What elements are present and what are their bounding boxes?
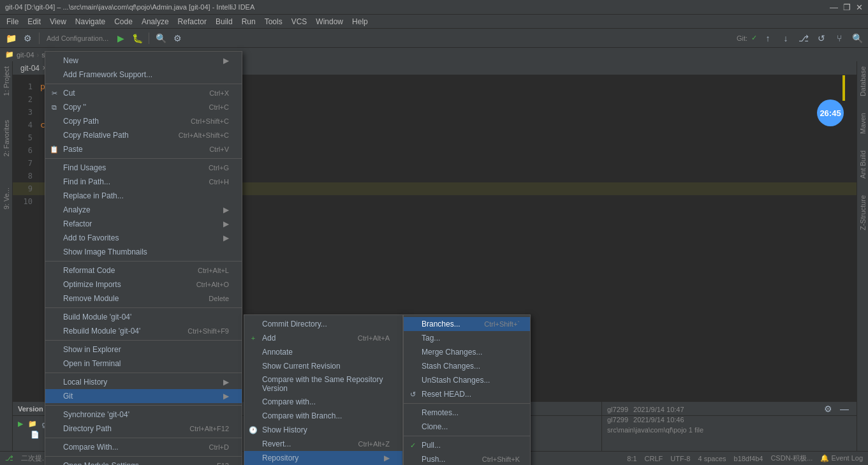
repo-pull[interactable]: ✓ Pull... (404, 438, 530, 452)
maximize-button[interactable]: ❐ (843, 3, 851, 12)
ctx-analyze[interactable]: Analyze ▶ (45, 203, 242, 217)
search-everywhere-icon[interactable]: 🔍 (154, 31, 168, 45)
ctx-compare-with[interactable]: Compare With... Ctrl+D (45, 440, 242, 454)
git-show-current-revision[interactable]: Show Current Revision (244, 359, 402, 373)
ctx-remove-module-label: Remove Module (63, 294, 119, 303)
repo-unstash-changes-label: UnStash Changes... (422, 376, 490, 385)
ctx-local-history[interactable]: Local History ▶ (45, 375, 242, 389)
menu-run[interactable]: Run (238, 16, 260, 27)
repo-reset-head[interactable]: ↺ Reset HEAD... (404, 387, 530, 401)
indent[interactable]: 4 spaces (698, 455, 726, 462)
git-submenu: Commit Directory... + Add Ctrl+Alt+A Ann… (244, 314, 403, 465)
ctx-show-thumbnails[interactable]: Show Image Thumbnails (45, 245, 242, 259)
event-log-label[interactable]: 🔔 Event Log (820, 454, 863, 462)
git-push-icon[interactable]: ↑ (761, 31, 775, 45)
ant-build-panel-label[interactable]: Ant Build (858, 145, 868, 184)
ctx-remove-module[interactable]: Remove Module Delete (45, 292, 242, 306)
git-show-history[interactable]: 🕐 Show History (244, 423, 402, 437)
ctx-find-usages-label: Find Usages (63, 163, 106, 172)
git-compare-same-repo[interactable]: Compare with the Same Repository Version (244, 373, 402, 395)
csdn-label: CSDN-积极... (770, 454, 813, 463)
repo-tag[interactable]: Tag... (404, 331, 530, 345)
menu-code[interactable]: Code (110, 16, 136, 27)
z-structure-panel-label[interactable]: Z-Structure (858, 190, 868, 235)
git-commit-dir[interactable]: Commit Directory... (244, 317, 402, 331)
ctx-replace-in-path[interactable]: Replace in Path... (45, 189, 242, 203)
ctx-paste[interactable]: 📋 Paste Ctrl+V (45, 142, 242, 156)
ctx-reformat-code[interactable]: Reformat Code Ctrl+Alt+L (45, 263, 242, 277)
revert-icon[interactable]: ↺ (814, 31, 828, 45)
repo-clone[interactable]: Clone... (404, 420, 530, 434)
vc-expand-icon[interactable]: ▶ (18, 420, 23, 428)
settings-gear-icon[interactable]: ⚙ (170, 31, 184, 45)
menu-vcs[interactable]: VCS (288, 16, 311, 27)
menu-navigate[interactable]: Navigate (71, 16, 109, 27)
line-ending[interactable]: CRLF (645, 455, 663, 462)
close-button[interactable]: ✕ (856, 3, 863, 12)
git-revert[interactable]: Revert... Ctrl+Alt+Z (244, 437, 402, 451)
git-add[interactable]: + Add Ctrl+Alt+A (244, 331, 402, 345)
repo-tag-label: Tag... (422, 334, 440, 343)
git-annotate[interactable]: Annotate (244, 345, 402, 359)
ctx-refactor[interactable]: Refactor ▶ (45, 217, 242, 231)
ctx-build-module[interactable]: Build Module 'git-04' (45, 310, 242, 324)
menu-file[interactable]: File (3, 16, 22, 27)
ctx-open-in-terminal[interactable]: Open in Terminal (45, 357, 242, 371)
ctx-build-module-label: Build Module 'git-04' (63, 313, 131, 321)
ctx-git[interactable]: Git ▶ (45, 389, 242, 403)
menu-bar: File Edit View Navigate Code Analyze Ref… (0, 14, 868, 28)
vc-panel-label[interactable]: 9: Ve... (1, 185, 11, 212)
project-icon[interactable]: 📁 (4, 31, 18, 45)
favorites-panel-label[interactable]: 2: Favorites (1, 117, 11, 159)
run-button[interactable]: ▶ (114, 31, 128, 45)
repo-branches[interactable]: Branches... Ctrl+Shift+` (404, 317, 530, 331)
minimize-button[interactable]: — (830, 3, 838, 12)
repo-merge-changes[interactable]: Merge Changes... (404, 345, 530, 359)
git-pull-icon[interactable]: ↓ (779, 31, 793, 45)
ctx-show-in-explorer[interactable]: Show in Explorer (45, 343, 242, 357)
database-panel-label[interactable]: Database (858, 61, 868, 101)
search-icon[interactable]: 🔍 (850, 31, 864, 45)
ctx-optimize-imports[interactable]: Optimize Imports Ctrl+Alt+O (45, 277, 242, 292)
ctx-rebuild-module-shortcut: Ctrl+Shift+F9 (188, 327, 229, 335)
debug-button[interactable]: 🐛 (130, 31, 144, 45)
menu-edit[interactable]: Edit (24, 16, 45, 27)
menu-help[interactable]: Help (348, 16, 372, 27)
project-panel-label[interactable]: 1: Project (1, 64, 11, 98)
menu-analyze[interactable]: Analyze (138, 16, 173, 27)
repo-remotes[interactable]: Remotes... (404, 406, 530, 420)
repo-unstash-changes[interactable]: UnStash Changes... (404, 373, 530, 387)
ctx-add-to-favorites[interactable]: Add to Favorites ▶ (45, 231, 242, 245)
git-revert-label: Revert... (262, 439, 291, 448)
git-compare-with-branch[interactable]: Compare with Branch... (244, 409, 402, 423)
repo-push[interactable]: Push... Ctrl+Shift+K (404, 452, 530, 465)
menu-tools[interactable]: Tools (261, 16, 286, 27)
encoding[interactable]: UTF-8 (670, 455, 690, 462)
ctx-synchronize[interactable]: Synchronize 'git-04' (45, 408, 242, 422)
ctx-copy-relative-path[interactable]: Copy Relative Path Ctrl+Alt+Shift+C (45, 128, 242, 142)
ctx-copy[interactable]: ⧉ Copy '' Ctrl+C (45, 100, 242, 114)
commit-row-2: gl7299 2021/9/14 10:46 (607, 415, 851, 425)
menu-window[interactable]: Window (312, 16, 347, 27)
repo-stash-changes[interactable]: Stash Changes... (404, 359, 530, 373)
git-repository[interactable]: Repository ▶ (244, 451, 402, 465)
settings-icon[interactable]: ⚙ (20, 31, 34, 45)
menu-view[interactable]: View (46, 16, 70, 27)
maven-panel-label[interactable]: Maven (858, 108, 868, 139)
crumb-git04[interactable]: git-04 (17, 51, 34, 59)
ctx-add-framework[interactable]: Add Framework Support... (45, 68, 242, 82)
git-compare-with[interactable]: Compare with... (244, 395, 402, 409)
git-branches-icon[interactable]: ⑂ (832, 31, 846, 45)
ctx-find-in-path[interactable]: Find in Path... Ctrl+H (45, 175, 242, 189)
ctx-open-module-settings[interactable]: Open Module Settings F12 (45, 459, 242, 465)
menu-refactor[interactable]: Refactor (174, 16, 210, 27)
ctx-rebuild-module[interactable]: Rebuild Module 'git-04' Ctrl+Shift+F9 (45, 324, 242, 338)
commit-path: src\main\java\com\qf\pojo 1 file (607, 425, 851, 435)
ctx-directory-path[interactable]: Directory Path Ctrl+Alt+F12 (45, 422, 242, 436)
ctx-copy-path[interactable]: Copy Path Ctrl+Shift+C (45, 114, 242, 128)
menu-build[interactable]: Build (212, 16, 237, 27)
ctx-new[interactable]: New ▶ (45, 54, 242, 68)
ctx-find-usages[interactable]: Find Usages Ctrl+G (45, 161, 242, 175)
vcs-icon[interactable]: ⎇ (797, 31, 811, 45)
ctx-cut[interactable]: ✂ Cut Ctrl+X (45, 86, 242, 100)
